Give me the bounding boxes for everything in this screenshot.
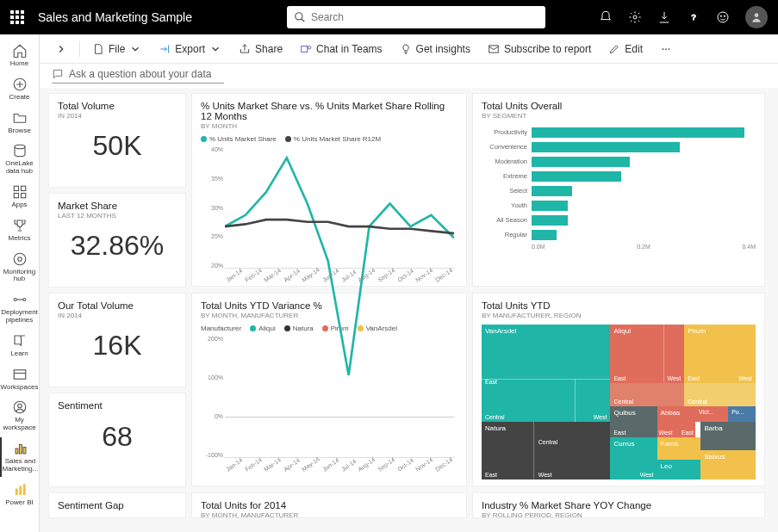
folder-icon bbox=[12, 110, 28, 126]
nav-create[interactable]: Create bbox=[0, 73, 40, 105]
svg-line-1 bbox=[302, 19, 305, 22]
chat-icon bbox=[52, 68, 64, 80]
svg-rect-13 bbox=[14, 193, 18, 197]
kpi-value: 32.86% bbox=[58, 230, 177, 262]
global-header: Sales and Marketing Sample ? bbox=[0, 0, 778, 34]
kpi-value: 16K bbox=[58, 330, 177, 362]
qna-bar: Ask a question about your data bbox=[40, 64, 778, 88]
nav-my-workspace[interactable]: My workspace bbox=[0, 396, 40, 436]
svg-rect-19 bbox=[14, 369, 26, 379]
card-sentiment[interactable]: Sentiment 68 bbox=[48, 393, 186, 487]
svg-rect-25 bbox=[15, 488, 17, 495]
svg-rect-27 bbox=[22, 484, 25, 495]
workspaces-icon bbox=[12, 367, 28, 382]
book-icon bbox=[12, 333, 28, 349]
monitor-icon bbox=[12, 251, 28, 267]
svg-rect-26 bbox=[19, 486, 22, 495]
svg-point-0 bbox=[296, 13, 302, 20]
more-button[interactable] bbox=[653, 40, 679, 59]
settings-icon[interactable] bbox=[628, 10, 642, 24]
insights-button[interactable]: Get insights bbox=[393, 40, 477, 59]
svg-rect-28 bbox=[302, 46, 308, 52]
card-market-share-trend[interactable]: % Units Market Share vs. % Units Market … bbox=[191, 93, 467, 287]
card-our-volume[interactable]: Our Total Volume IN 2014 16K bbox=[48, 293, 186, 387]
svg-point-17 bbox=[14, 299, 16, 301]
plus-circle-icon bbox=[12, 77, 28, 92]
qna-input[interactable]: Ask a question about your data bbox=[52, 68, 224, 84]
chart-legend: % Units Market Share % Units Market Shar… bbox=[201, 135, 457, 143]
person-icon bbox=[750, 11, 762, 23]
edit-button[interactable]: Edit bbox=[601, 40, 650, 59]
report-canvas: Total Volume IN 2014 50K % Units Market … bbox=[40, 88, 778, 532]
kpi-value: 68 bbox=[58, 421, 177, 453]
svg-point-33 bbox=[669, 48, 670, 50]
nav-current-report[interactable]: Sales and Marketing... bbox=[0, 437, 40, 477]
search-icon bbox=[294, 11, 306, 23]
file-menu[interactable]: File bbox=[85, 40, 148, 59]
svg-rect-22 bbox=[16, 448, 18, 454]
expand-pane-button[interactable] bbox=[48, 40, 74, 59]
svg-rect-23 bbox=[19, 444, 22, 454]
nav-workspaces[interactable]: Workspaces bbox=[0, 363, 40, 395]
nav-home[interactable]: Home bbox=[0, 40, 40, 71]
left-nav: Home Create Browse OneLake data hub Apps… bbox=[0, 34, 40, 532]
card-total-units-2014[interactable]: Total Units for 2014 BY MONTH, MANUFACTU… bbox=[191, 492, 467, 518]
person-circle-icon bbox=[12, 399, 28, 415]
card-market-share[interactable]: Market Share LAST 12 MONTHS 32.86% bbox=[48, 193, 186, 288]
teams-button[interactable]: Chat in Teams bbox=[293, 40, 389, 59]
subscribe-button[interactable]: Subscribe to report bbox=[481, 40, 598, 59]
app-title: Sales and Marketing Sample bbox=[38, 10, 192, 24]
svg-point-7 bbox=[724, 15, 725, 16]
svg-point-16 bbox=[17, 257, 22, 261]
svg-text:?: ? bbox=[691, 13, 695, 22]
file-icon bbox=[92, 43, 104, 55]
chevron-right-icon bbox=[55, 43, 67, 55]
nav-apps[interactable]: Apps bbox=[0, 181, 40, 213]
account-avatar[interactable] bbox=[745, 6, 768, 28]
nav-deployment[interactable]: Deployment pipelines bbox=[0, 288, 40, 328]
trophy-icon bbox=[12, 218, 28, 233]
feedback-icon[interactable] bbox=[716, 10, 730, 24]
export-menu[interactable]: Export bbox=[152, 40, 228, 59]
svg-point-15 bbox=[14, 253, 26, 265]
pencil-icon bbox=[608, 43, 620, 55]
powerbi-icon bbox=[12, 482, 28, 498]
pipeline-icon bbox=[12, 292, 28, 307]
share-icon bbox=[239, 43, 251, 55]
nav-learn[interactable]: Learn bbox=[0, 330, 40, 362]
card-total-volume[interactable]: Total Volume IN 2014 50K bbox=[48, 93, 186, 188]
grouped-bar-chart: 200%100%0%-100% Jan-14Feb-14Mar-14Apr-14… bbox=[201, 336, 457, 473]
mail-icon bbox=[488, 43, 500, 55]
bar-chart-icon bbox=[13, 441, 28, 456]
svg-rect-12 bbox=[21, 186, 25, 190]
lightbulb-icon bbox=[400, 43, 412, 55]
card-ytd-treemap[interactable]: Total Units YTD BY MANUFACTURER, REGION … bbox=[472, 293, 765, 486]
more-icon bbox=[660, 43, 672, 55]
nav-browse[interactable]: Browse bbox=[0, 107, 40, 139]
report-toolbar: File Export Share Chat in Teams Get insi… bbox=[40, 34, 778, 64]
download-icon[interactable] bbox=[657, 10, 671, 24]
svg-point-31 bbox=[663, 48, 664, 50]
home-icon bbox=[12, 43, 28, 59]
nav-powerbi[interactable]: Power BI bbox=[0, 479, 40, 510]
share-button[interactable]: Share bbox=[232, 40, 289, 59]
card-yoy-change[interactable]: Industry % Market Share YOY Change BY RO… bbox=[472, 492, 765, 518]
nav-onelake[interactable]: OneLake data hub bbox=[0, 139, 40, 179]
help-icon[interactable]: ? bbox=[687, 10, 700, 24]
svg-point-6 bbox=[720, 15, 721, 16]
svg-point-8 bbox=[755, 13, 759, 17]
notifications-icon[interactable] bbox=[599, 10, 613, 24]
app-launcher-icon[interactable] bbox=[10, 10, 24, 24]
nav-metrics[interactable]: Metrics bbox=[0, 214, 40, 246]
global-search[interactable] bbox=[287, 6, 545, 28]
nav-monitoring[interactable]: Monitoring hub bbox=[0, 248, 40, 288]
horizontal-bar-chart: Productivity Convenience Moderation Extr… bbox=[482, 125, 756, 258]
export-icon bbox=[159, 43, 171, 55]
svg-rect-11 bbox=[14, 186, 18, 190]
search-input[interactable] bbox=[311, 11, 538, 23]
header-actions: ? bbox=[599, 6, 768, 28]
card-total-units-segment[interactable]: Total Units Overall BY SEGMENT Productiv… bbox=[472, 93, 765, 287]
svg-rect-14 bbox=[21, 193, 25, 197]
card-sentiment-gap[interactable]: Sentiment Gap bbox=[48, 492, 186, 518]
svg-point-2 bbox=[633, 15, 637, 19]
